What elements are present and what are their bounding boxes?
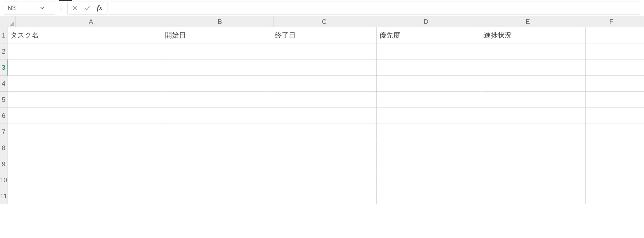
cell-C9[interactable] bbox=[272, 156, 377, 172]
cell-B7[interactable] bbox=[162, 124, 272, 140]
cell-E11[interactable] bbox=[481, 188, 586, 204]
cells-area: タスク名 開始日 終了日 優先度 進捗状況 bbox=[8, 27, 644, 238]
cell-C4[interactable] bbox=[272, 76, 377, 92]
cell-B4[interactable] bbox=[162, 76, 272, 92]
confirm-formula-button[interactable] bbox=[83, 3, 92, 13]
cell-F7[interactable] bbox=[586, 124, 644, 140]
cell-D6[interactable] bbox=[377, 108, 481, 124]
cell-A1[interactable]: タスク名 bbox=[8, 27, 162, 43]
cell-E9[interactable] bbox=[481, 156, 586, 172]
cell-B9[interactable] bbox=[162, 156, 272, 172]
cell-E1[interactable]: 進捗状況 bbox=[481, 27, 586, 43]
cell-F3[interactable] bbox=[586, 59, 644, 76]
row-header-3[interactable]: 3 bbox=[0, 59, 8, 76]
row-header-1[interactable]: 1 bbox=[0, 27, 8, 43]
cell-C10[interactable] bbox=[272, 172, 377, 188]
cell-A3[interactable] bbox=[8, 59, 162, 76]
row-header-5[interactable]: 5 bbox=[0, 92, 8, 108]
column-header-E[interactable]: E bbox=[477, 16, 579, 27]
column-header-C[interactable]: C bbox=[274, 16, 375, 27]
cell-D10[interactable] bbox=[377, 172, 481, 188]
confirm-icon bbox=[84, 5, 91, 11]
cancel-formula-button[interactable] bbox=[70, 3, 80, 13]
insert-function-button[interactable]: fx bbox=[95, 3, 104, 13]
cell-A2[interactable] bbox=[8, 43, 162, 59]
cell-E2[interactable] bbox=[481, 43, 586, 59]
row-header-10[interactable]: 10 bbox=[0, 172, 8, 188]
cell-C3[interactable] bbox=[272, 59, 377, 76]
cell-C2[interactable] bbox=[272, 43, 377, 59]
cell-C5[interactable] bbox=[272, 92, 377, 108]
chevron-down-icon bbox=[40, 5, 45, 11]
cell-D3[interactable] bbox=[377, 59, 481, 76]
cell-A11[interactable] bbox=[8, 188, 162, 204]
cell-A9[interactable] bbox=[8, 156, 162, 172]
cell-D8[interactable] bbox=[377, 140, 481, 156]
row-header-column: 1 2 3 4 5 6 7 8 9 10 11 bbox=[0, 27, 8, 238]
cell-E5[interactable] bbox=[481, 92, 586, 108]
cell-A6[interactable] bbox=[8, 108, 162, 124]
row-header-2[interactable]: 2 bbox=[0, 43, 8, 59]
name-box[interactable] bbox=[4, 2, 55, 14]
cell-F9[interactable] bbox=[586, 156, 644, 172]
row-header-11[interactable]: 11 bbox=[0, 188, 8, 204]
cell-F8[interactable] bbox=[586, 140, 644, 156]
cell-D2[interactable] bbox=[377, 43, 481, 59]
cell-D1[interactable]: 優先度 bbox=[377, 27, 481, 43]
cell-A5[interactable] bbox=[8, 92, 162, 108]
cell-C7[interactable] bbox=[272, 124, 377, 140]
cell-D11[interactable] bbox=[377, 188, 481, 204]
cell-F10[interactable] bbox=[586, 172, 644, 188]
cell-B11[interactable] bbox=[162, 188, 272, 204]
cell-D5[interactable] bbox=[377, 92, 481, 108]
table-row bbox=[8, 188, 644, 204]
row-header-7[interactable]: 7 bbox=[0, 124, 8, 140]
formula-bar-row: ⋮ fx bbox=[0, 0, 644, 16]
table-row bbox=[8, 59, 644, 76]
column-header-B[interactable]: B bbox=[166, 16, 273, 27]
cell-E3[interactable] bbox=[481, 59, 586, 76]
cell-A7[interactable] bbox=[8, 124, 162, 140]
formula-input[interactable] bbox=[112, 4, 640, 12]
cell-F5[interactable] bbox=[586, 92, 644, 108]
cell-C11[interactable] bbox=[272, 188, 377, 204]
cell-E4[interactable] bbox=[481, 76, 586, 92]
cell-C1[interactable]: 終了日 bbox=[272, 27, 377, 43]
column-header-A[interactable]: A bbox=[16, 16, 166, 27]
column-header-F[interactable]: F bbox=[579, 16, 644, 27]
cell-C6[interactable] bbox=[272, 108, 377, 124]
cell-B10[interactable] bbox=[162, 172, 272, 188]
cell-D7[interactable] bbox=[377, 124, 481, 140]
row-header-8[interactable]: 8 bbox=[0, 140, 8, 156]
cell-F4[interactable] bbox=[586, 76, 644, 92]
cell-A8[interactable] bbox=[8, 140, 162, 156]
select-all-corner[interactable] bbox=[0, 16, 16, 27]
cell-D9[interactable] bbox=[377, 156, 481, 172]
cell-F2[interactable] bbox=[586, 43, 644, 59]
column-header-D[interactable]: D bbox=[375, 16, 477, 27]
cell-B1[interactable]: 開始日 bbox=[162, 27, 272, 43]
cell-C8[interactable] bbox=[272, 140, 377, 156]
row-header-4[interactable]: 4 bbox=[0, 76, 8, 92]
name-box-dropdown[interactable] bbox=[39, 4, 46, 12]
cell-B5[interactable] bbox=[162, 92, 272, 108]
cell-B2[interactable] bbox=[162, 43, 272, 59]
cell-A10[interactable] bbox=[8, 172, 162, 188]
row-header-9[interactable]: 9 bbox=[0, 156, 8, 172]
formula-bar[interactable] bbox=[108, 2, 640, 14]
cell-F6[interactable] bbox=[586, 108, 644, 124]
more-dots-icon[interactable]: ⋮ bbox=[58, 5, 65, 12]
cell-A4[interactable] bbox=[8, 76, 162, 92]
name-box-input[interactable] bbox=[8, 4, 37, 12]
cell-E8[interactable] bbox=[481, 140, 586, 156]
cell-E6[interactable] bbox=[481, 108, 586, 124]
cell-B6[interactable] bbox=[162, 108, 272, 124]
cell-F11[interactable] bbox=[586, 188, 644, 204]
cell-E10[interactable] bbox=[481, 172, 586, 188]
row-header-6[interactable]: 6 bbox=[0, 108, 8, 124]
cell-B8[interactable] bbox=[162, 140, 272, 156]
cell-E7[interactable] bbox=[481, 124, 586, 140]
cell-D4[interactable] bbox=[377, 76, 481, 92]
cell-B3[interactable] bbox=[162, 59, 272, 76]
cell-F1[interactable] bbox=[586, 27, 644, 43]
